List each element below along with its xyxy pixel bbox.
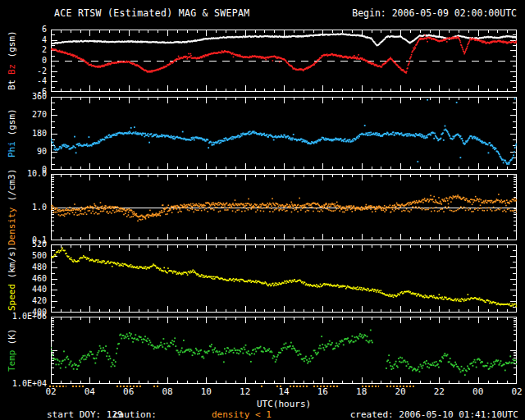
phi-plot xyxy=(51,97,517,170)
hour-label: 02 xyxy=(506,386,525,397)
y-axis-title-part: Temp xyxy=(7,350,17,372)
density-axis-title: Density (/cm3) xyxy=(5,174,19,240)
ace-rtsw-plot: ACE RTSW (Estimated) MAG & SWEPAM Begin:… xyxy=(0,0,525,420)
hour-label: 18 xyxy=(351,386,372,397)
caution-flag-mark xyxy=(261,386,265,387)
hour-label: 22 xyxy=(428,386,450,397)
hour-label: 20 xyxy=(390,386,411,397)
hour-label: 08 xyxy=(157,386,178,397)
density-plot xyxy=(51,174,517,240)
hour-label: 00 xyxy=(468,386,489,397)
bt-bz-plot xyxy=(51,30,517,92)
phi-axis-title: Phi (gsm) xyxy=(5,97,19,170)
caution-flag-mark xyxy=(362,386,379,387)
panel-speed xyxy=(51,244,517,313)
caution-label: caution: xyxy=(113,409,157,420)
hour-label: 14 xyxy=(273,386,294,397)
y-axis-title-part: Speed xyxy=(7,284,17,311)
caution-flag-mark xyxy=(313,386,339,387)
caution-flag-mark xyxy=(153,386,159,387)
bt-bz-axis-title: Bt Bz (gsm) xyxy=(5,30,19,92)
hour-label: 16 xyxy=(312,386,333,397)
speed-plot xyxy=(51,244,517,313)
plot-title: ACE RTSW (Estimated) MAG & SWEPAM xyxy=(54,7,249,19)
y-axis-title-part: Bt xyxy=(7,75,17,91)
hour-label: 10 xyxy=(195,386,217,397)
start-doy-label: start DOY: 129 xyxy=(47,409,123,420)
y-axis-title-part: (gsm) xyxy=(7,109,17,142)
caution-flag-mark xyxy=(386,386,413,387)
x-axis-title: UTC(hours) xyxy=(257,399,311,409)
begin-timestamp: Begin: 2006-05-09 02:00:00UTC xyxy=(352,7,517,19)
temp-axis-title: Temp (K) xyxy=(5,317,19,384)
caution-flag-mark xyxy=(276,386,283,387)
panel-density xyxy=(51,174,517,240)
y-axis-title-part: Phi xyxy=(7,141,17,158)
hour-label: 04 xyxy=(79,386,100,397)
caution-flag-mark xyxy=(116,386,142,387)
created-timestamp: created: 2006-05-10 01:41:10UTC xyxy=(350,409,518,420)
caution-flag-mark xyxy=(72,386,84,387)
hour-label: 12 xyxy=(235,386,256,397)
y-axis-title-part: Bz xyxy=(7,63,17,74)
y-axis-title-part: (gsm) xyxy=(7,31,17,64)
y-axis-title-part: (K) xyxy=(7,329,17,351)
caution-density-note: density < 1 xyxy=(212,409,272,420)
y-axis-title-part: (km/s) xyxy=(7,246,17,284)
speed-axis-title: Speed (km/s) xyxy=(5,244,19,313)
temp-plot xyxy=(51,317,517,384)
hour-label: 06 xyxy=(118,386,139,397)
caution-flag-mark xyxy=(49,386,66,387)
panel-bt-bz xyxy=(51,30,517,92)
panel-phi xyxy=(51,97,517,170)
hour-label: 02 xyxy=(40,386,62,397)
panel-temp xyxy=(51,317,517,384)
y-axis-title-part: (/cm3) xyxy=(7,169,17,207)
caution-flag-mark xyxy=(290,386,309,387)
